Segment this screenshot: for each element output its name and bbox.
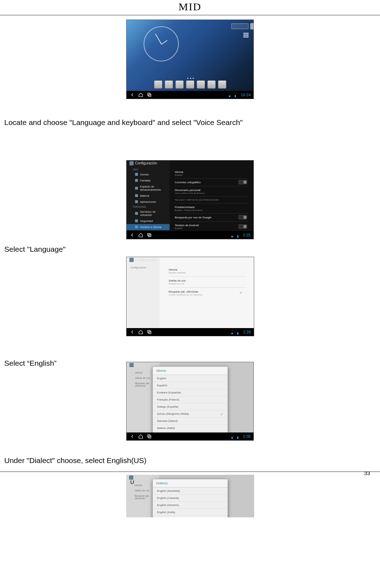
settings-title-text: Configuración	[135, 161, 157, 165]
settings-sidebar: RED Sonido Pantalla Espacio de almacenam…	[127, 160, 170, 231]
dialog-item: Euskara (Espainia)	[153, 389, 228, 396]
battery-icon	[236, 233, 240, 237]
status-time: 2:26	[243, 330, 251, 334]
wifi-icon	[230, 233, 234, 237]
battery-icon	[234, 93, 237, 97]
gear-icon	[129, 161, 134, 165]
dialog-item: Español	[153, 382, 228, 389]
footer-divider	[0, 472, 380, 472]
home-icon	[138, 434, 144, 439]
dialog-title: Idioma	[153, 367, 228, 375]
dock-app-icon	[207, 80, 216, 89]
dialog-item: English (New Zealand)	[153, 516, 228, 517]
instruction-text: Select "Language"	[4, 244, 380, 255]
screenshot-settings-language-keyboard: Configuración RED Sonido Pantalla Espaci…	[126, 160, 254, 239]
check-icon: ✓	[239, 290, 242, 295]
android-statusbar: 2:26	[127, 328, 254, 336]
recents-icon	[146, 232, 152, 238]
settings-screen-title: Configuración	[129, 258, 157, 262]
dialog-title: Dialecto	[153, 479, 228, 488]
page-header-title: MID	[0, 0, 380, 13]
sidebar-item-selected: Teclado e idioma	[127, 224, 170, 230]
sidebar-item: Aplicaciones	[127, 199, 170, 205]
sidebar-category: RED	[127, 168, 170, 172]
check-icon: ✓	[220, 412, 223, 416]
home-icon	[138, 232, 144, 238]
settings-main-pane: IdiomaEspañol Corrector ortográfico Dicc…	[170, 160, 253, 231]
language-select-dialog: Idioma English Español Euskara (Espainia…	[152, 366, 228, 441]
sidebar-item: Batería	[127, 193, 170, 199]
sidebar-item: Espacio de almacenamiento	[127, 184, 170, 193]
back-icon	[129, 92, 135, 98]
svg-rect-11	[237, 436, 238, 439]
svg-rect-9	[148, 435, 150, 437]
gear-icon	[129, 363, 134, 367]
recents-icon	[146, 329, 152, 335]
dock-app-icon	[165, 80, 173, 89]
gear-icon	[129, 258, 134, 262]
wifi-icon	[230, 435, 234, 438]
instruction-text: Under "Dialect" choose, select English(U…	[4, 455, 380, 466]
dialog-item: Íslenska (Ísland)	[153, 418, 228, 425]
dock-app-icon	[186, 80, 194, 89]
android-statusbar: 2:25	[127, 231, 253, 239]
screenshot-dialect-dialog-partial: Configuración Idioma Salida de voz Bloqu…	[126, 475, 254, 517]
sidebar-item: Pantalla	[127, 178, 170, 184]
settings-title-text: Configuración	[135, 258, 157, 262]
status-time: 2:26	[243, 434, 251, 439]
svg-rect-0	[148, 93, 150, 96]
dialog-item: Galego (España)	[153, 403, 228, 410]
home-icon	[138, 329, 144, 335]
svg-rect-5	[237, 235, 238, 238]
dialog-item: English (Australia)	[153, 488, 228, 495]
wifi-icon	[228, 93, 231, 97]
svg-rect-8	[237, 332, 238, 335]
back-icon	[129, 434, 135, 439]
clock-widget	[144, 26, 179, 61]
settings-main-pane: IdiomaEspañol (España) Salida de vozSiem…	[160, 257, 254, 328]
screenshot-home-screen: 10:24	[126, 20, 254, 99]
recents-icon	[146, 434, 152, 439]
dialect-select-dialog: Dialecto English (Australia) English (Ca…	[152, 479, 228, 517]
dialog-item: isiZulu (iNingizimu Afrika)✓	[153, 410, 228, 418]
battery-icon	[236, 435, 240, 438]
home-icon	[138, 92, 144, 98]
dialog-item: Français (France)	[153, 396, 228, 403]
dock-app-icon	[175, 80, 184, 89]
recents-icon	[146, 92, 152, 98]
sidebar-item: Sonido	[127, 172, 170, 178]
back-icon	[129, 329, 135, 335]
settings-sidebar-light: Configuración	[127, 257, 160, 328]
back-icon	[129, 232, 135, 238]
apps-grid-icon	[243, 33, 248, 38]
dialog-item: English	[153, 375, 228, 382]
screenshot-voice-search-settings: Configuración Configuración IdiomaEspaño…	[126, 257, 254, 336]
dialog-item: English (India)	[153, 509, 228, 516]
header-divider	[0, 15, 380, 15]
svg-rect-10	[149, 436, 151, 438]
dialog-item: Italiano (Italia)	[153, 425, 228, 432]
sidebar-category: PERSONAL	[127, 205, 170, 209]
instruction-text: Locate and choose "Language and keyboard…	[4, 117, 380, 128]
app-dock	[154, 80, 226, 89]
dialog-item: English (Generic)	[153, 502, 228, 509]
dock-app-icon	[197, 80, 205, 89]
dock-app-icon	[218, 80, 226, 89]
sidebar-back-item: Configuración	[127, 265, 160, 270]
android-statusbar: 2:26	[127, 432, 253, 440]
android-statusbar: 10:24	[127, 91, 253, 99]
settings-screen-title: Configuración	[129, 161, 157, 165]
dialog-item: English (Canada)	[153, 495, 228, 502]
search-box-icon	[231, 23, 248, 29]
toggle-icon	[239, 224, 247, 229]
svg-rect-1	[149, 94, 151, 97]
battery-icon	[236, 330, 240, 334]
status-time: 10:24	[241, 93, 251, 97]
document-page: MID	[0, 0, 380, 588]
sidebar-item: Seguridad	[127, 218, 170, 224]
toggle-icon	[239, 215, 247, 219]
toggle-icon	[239, 180, 247, 184]
page-number: 33	[364, 470, 370, 476]
footer-letter: U	[130, 479, 134, 485]
dock-app-icon	[154, 80, 162, 89]
